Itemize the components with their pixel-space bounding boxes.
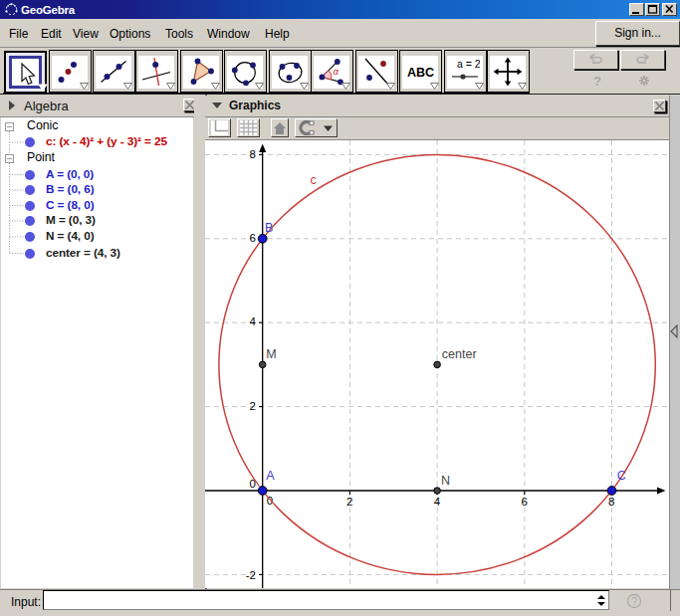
- svg-text:4: 4: [250, 315, 257, 327]
- svg-text:N: N: [441, 474, 450, 488]
- svg-text:center: center: [442, 347, 477, 361]
- svg-text:?: ?: [631, 595, 637, 607]
- svg-text:a = 2: a = 2: [457, 58, 480, 70]
- svg-text:8: 8: [608, 496, 614, 508]
- svg-text:B: B: [265, 221, 273, 235]
- svg-text:ABC: ABC: [407, 66, 434, 80]
- svg-text:8: 8: [250, 148, 256, 160]
- svg-text:A: A: [266, 469, 275, 483]
- svg-text:c: c: [311, 173, 317, 187]
- svg-text:2: 2: [250, 400, 256, 412]
- svg-text:2: 2: [346, 496, 352, 508]
- svg-text:α: α: [333, 66, 339, 77]
- svg-text:6: 6: [250, 232, 256, 244]
- svg-text:M: M: [266, 347, 276, 361]
- svg-text:-2: -2: [246, 569, 256, 581]
- svg-text:6: 6: [521, 496, 527, 508]
- svg-text:C: C: [617, 469, 626, 483]
- svg-text:4: 4: [434, 496, 441, 508]
